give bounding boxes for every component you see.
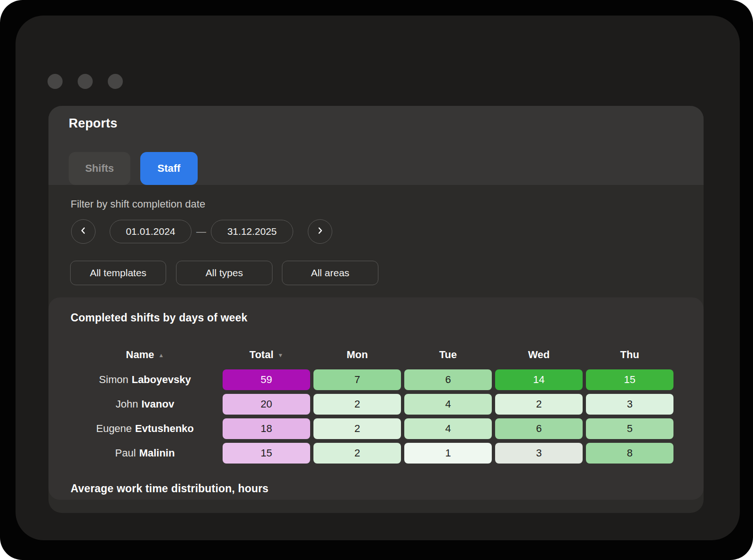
- table-cell-thu: 3: [586, 394, 673, 415]
- table-cell-mon: 2: [313, 418, 401, 439]
- tab-staff-label: Staff: [158, 162, 181, 175]
- all-templates-label: All templates: [90, 267, 146, 279]
- table-cell-thu: 5: [586, 418, 673, 439]
- column-header-name[interactable]: Name ▲: [71, 344, 219, 366]
- date-range-prev-button[interactable]: [71, 219, 96, 244]
- table-cell-mon: 7: [313, 369, 401, 390]
- column-header-wed: Wed: [495, 344, 583, 366]
- first-name: Eugene: [96, 423, 132, 435]
- reports-panel: Reports Shifts Staff Filter by shift com…: [48, 106, 704, 513]
- table-cell-tue: 4: [404, 418, 492, 439]
- completed-shifts-card: Completed shifts by days of week Name ▲ …: [48, 297, 704, 500]
- table-row-name: Simon Laboyevsky: [71, 369, 219, 390]
- all-areas-label: All areas: [311, 267, 350, 279]
- column-header-total[interactable]: Total ▼: [223, 344, 310, 366]
- last-name: Laboyevsky: [132, 374, 191, 386]
- date-to-value: 31.12.2025: [227, 226, 277, 237]
- table-cell-wed: 3: [495, 443, 583, 464]
- table-cell-tue: 4: [404, 394, 492, 415]
- column-header-name-label: Name: [126, 349, 154, 361]
- column-header-mon: Mon: [313, 344, 401, 366]
- column-header-tue: Tue: [404, 344, 492, 366]
- page-background: Reports Shifts Staff Filter by shift com…: [0, 0, 753, 560]
- sort-ascending-icon: ▲: [159, 352, 164, 359]
- last-name: Evtushenko: [135, 423, 194, 435]
- table-cell-thu: 15: [586, 369, 673, 390]
- tab-shifts[interactable]: Shifts: [69, 152, 130, 185]
- table-cell-mon: 2: [313, 443, 401, 464]
- page-title: Reports: [69, 116, 117, 131]
- table-row-name: Eugene Evtushenko: [71, 418, 219, 439]
- window-control-dot[interactable]: [78, 74, 93, 89]
- reports-header: Reports Shifts Staff: [48, 106, 704, 185]
- date-range-next-button[interactable]: [308, 219, 332, 244]
- column-header-total-label: Total: [249, 349, 273, 361]
- table-cell-tue: 1: [404, 443, 492, 464]
- table-cell-wed: 2: [495, 394, 583, 415]
- all-templates-filter-button[interactable]: All templates: [70, 261, 166, 285]
- average-work-time-title: Average work time distribution, hours: [71, 482, 269, 495]
- first-name: Paul: [115, 447, 136, 459]
- first-name: John: [116, 398, 138, 410]
- table-row-name: Paul Malinin: [71, 443, 219, 464]
- column-header-thu: Thu: [586, 344, 673, 366]
- shifts-table: Name ▲ Total ▼ Mon Tue Wed Thu Simon Lab…: [71, 344, 673, 464]
- chevron-left-icon: [80, 227, 87, 236]
- table-cell-wed: 14: [495, 369, 583, 390]
- table-cell-tue: 6: [404, 369, 492, 390]
- table-row-name: John Ivanov: [71, 394, 219, 415]
- date-to-field[interactable]: 31.12.2025: [211, 220, 293, 243]
- all-types-filter-button[interactable]: All types: [176, 261, 272, 285]
- app-window: Reports Shifts Staff Filter by shift com…: [16, 16, 740, 540]
- window-control-dot[interactable]: [48, 74, 63, 89]
- filter-section-label: Filter by shift completion date: [71, 198, 205, 210]
- table-cell-total: 18: [223, 418, 310, 439]
- tab-staff[interactable]: Staff: [140, 152, 198, 185]
- date-range-separator: —: [192, 220, 211, 243]
- chevron-right-icon: [316, 227, 324, 236]
- window-control-dot[interactable]: [108, 74, 123, 89]
- table-cell-thu: 8: [586, 443, 673, 464]
- date-from-value: 01.01.2024: [126, 226, 175, 237]
- completed-shifts-title: Completed shifts by days of week: [71, 312, 248, 324]
- table-cell-mon: 2: [313, 394, 401, 415]
- first-name: Simon: [99, 374, 128, 386]
- all-types-label: All types: [206, 267, 243, 279]
- date-from-field[interactable]: 01.01.2024: [110, 220, 192, 243]
- table-cell-total: 20: [223, 394, 310, 415]
- table-cell-total: 59: [223, 369, 310, 390]
- last-name: Ivanov: [142, 398, 175, 410]
- last-name: Malinin: [139, 447, 175, 459]
- table-cell-wed: 6: [495, 418, 583, 439]
- table-cell-total: 15: [223, 443, 310, 464]
- sort-descending-icon: ▼: [278, 352, 283, 359]
- tab-shifts-label: Shifts: [85, 162, 114, 175]
- all-areas-filter-button[interactable]: All areas: [282, 261, 378, 285]
